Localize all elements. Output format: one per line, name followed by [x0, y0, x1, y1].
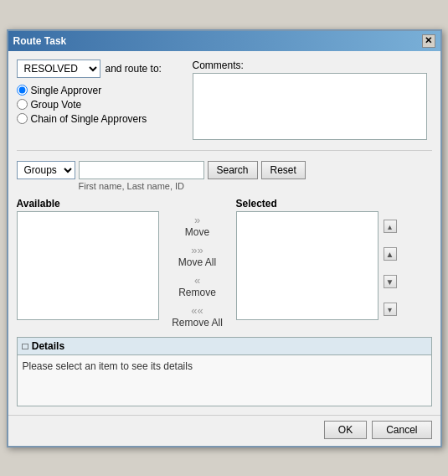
top-row: RESOLVED PENDING APPROVED and route to: …: [17, 60, 432, 140]
title-bar: Route Task ✕: [8, 31, 440, 51]
comments-textarea[interactable]: [193, 73, 427, 140]
remove-all-button[interactable]: «« Remove All: [168, 303, 226, 330]
dialog-title: Route Task: [13, 35, 67, 47]
radio-chain-label: Chain of Single Approvers: [31, 113, 147, 125]
available-section: Available: [17, 198, 159, 320]
cancel-button[interactable]: Cancel: [372, 421, 431, 439]
remove-arrow-icon: «: [194, 275, 200, 286]
move-button[interactable]: » Move: [182, 213, 213, 240]
move-all-button[interactable]: »» Move All: [175, 243, 219, 270]
scroll-up-button[interactable]: ▲: [384, 247, 397, 261]
search-type-select[interactable]: Groups Users Roles: [17, 161, 75, 179]
search-row: Groups Users Roles Search Reset: [17, 161, 432, 179]
move-arrow-icon: »: [194, 215, 200, 225]
details-body-text: Please select an item to see its details: [23, 360, 193, 372]
bottom-row: OK Cancel: [8, 415, 440, 446]
search-button[interactable]: Search: [208, 161, 258, 179]
details-body: Please select an item to see its details: [18, 355, 431, 406]
route-row: RESOLVED PENDING APPROVED and route to:: [17, 60, 184, 78]
selected-list[interactable]: [236, 211, 378, 320]
details-section: □ Details Please select an item to see i…: [17, 337, 432, 406]
dialog-body: RESOLVED PENDING APPROVED and route to: …: [8, 51, 440, 415]
right-scroll: ▴ ▲ ▼ ▾: [384, 198, 397, 323]
radio-group-vote[interactable]: Group Vote: [17, 99, 184, 111]
selected-label: Selected: [236, 198, 378, 210]
divider-1: [17, 150, 432, 151]
remove-button[interactable]: « Remove: [175, 273, 219, 300]
route-label: and route to:: [106, 63, 162, 75]
lists-area: Available » Move »» Move All « Remove: [17, 198, 432, 330]
details-collapse-icon[interactable]: □: [23, 340, 28, 352]
remove-all-arrow-icon: ««: [191, 305, 203, 316]
move-all-arrow-icon: »»: [191, 245, 203, 256]
scroll-down-button[interactable]: ▼: [384, 275, 397, 288]
search-hint: First name, Last name, ID: [79, 181, 432, 191]
available-list[interactable]: [17, 211, 159, 320]
details-header: □ Details: [18, 338, 431, 355]
comments-section: Comments:: [193, 60, 432, 140]
transfer-buttons: » Move »» Move All « Remove «« Remove Al…: [164, 198, 231, 330]
remove-label: Remove: [178, 287, 216, 298]
available-label: Available: [17, 198, 159, 210]
comments-label: Comments:: [193, 60, 432, 71]
status-select[interactable]: RESOLVED PENDING APPROVED: [17, 60, 100, 78]
scroll-top-button[interactable]: ▴: [384, 220, 397, 233]
search-container: Groups Users Roles Search Reset First na…: [17, 161, 432, 191]
route-task-dialog: Route Task ✕ RESOLVED PENDING APPROVED a…: [7, 29, 442, 448]
selected-section: Selected: [236, 198, 378, 320]
details-header-label: Details: [32, 340, 64, 352]
search-input[interactable]: [79, 161, 204, 179]
radio-single-label: Single Approver: [31, 85, 102, 96]
move-label: Move: [185, 226, 209, 238]
close-button[interactable]: ✕: [422, 34, 435, 48]
approver-type-group: Single Approver Group Vote Chain of Sing…: [17, 85, 184, 125]
ok-button[interactable]: OK: [324, 421, 367, 439]
move-all-label: Move All: [178, 256, 216, 268]
scroll-bottom-button[interactable]: ▾: [384, 303, 397, 316]
radio-single-approver[interactable]: Single Approver: [17, 85, 184, 96]
reset-button[interactable]: Reset: [261, 161, 306, 179]
radio-chain[interactable]: Chain of Single Approvers: [17, 113, 184, 125]
radio-group-label: Group Vote: [31, 99, 82, 111]
left-section: RESOLVED PENDING APPROVED and route to: …: [17, 60, 184, 125]
remove-all-label: Remove All: [172, 317, 223, 329]
